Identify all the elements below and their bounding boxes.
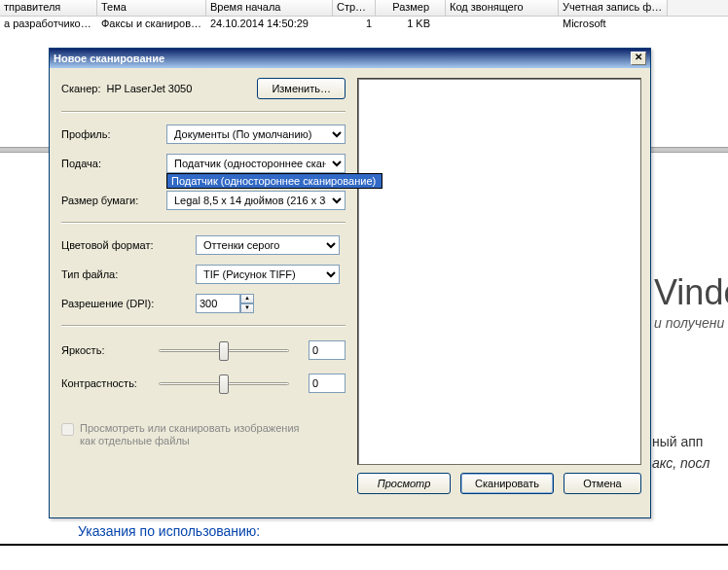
dpi-label: Разрешение (DPI): (61, 298, 196, 309)
color-label: Цветовой формат: (61, 239, 196, 251)
dpi-spinner[interactable]: ▲ ▼ (196, 294, 254, 313)
preview-area (357, 78, 641, 465)
feed-dropdown-list: Податчик (одностороннее сканирование) (166, 173, 382, 189)
scanner-name: HP LaserJet 3050 (106, 83, 257, 94)
feed-label: Подача: (61, 158, 166, 169)
col-account[interactable]: Учетная запись ф… (559, 0, 668, 16)
dpi-down[interactable]: ▼ (240, 303, 254, 313)
profile-label: Профиль: (61, 128, 166, 140)
cell-account: Microsoft (559, 17, 668, 33)
filetype-select[interactable]: TIF (Рисунок TIFF) (196, 265, 340, 284)
col-start-time[interactable]: Время начала (206, 0, 333, 16)
col-pages[interactable]: Стра… (333, 0, 376, 16)
separate-files-checkbox: Просмотреть или сканировать изображения … (61, 422, 346, 447)
change-scanner-button[interactable]: Изменить… (257, 78, 346, 99)
cell-size: 1 KB (376, 17, 446, 33)
new-scan-dialog: Новое сканирование ✕ Сканер: HP LaserJet… (49, 48, 651, 518)
cancel-button[interactable]: Отмена (564, 473, 641, 494)
scanner-label: Сканер: (61, 83, 100, 94)
bg-line1: ный апп (652, 434, 703, 449)
color-select[interactable]: Оттенки серого (196, 235, 340, 255)
col-size[interactable]: Размер (376, 0, 446, 16)
separate-files-label: Просмотреть или сканировать изображения … (80, 422, 304, 447)
table-header-row: тправителя Тема Время начала Стра… Разме… (0, 0, 728, 17)
paper-label: Размер бумаги: (61, 195, 166, 206)
divider (61, 111, 346, 113)
preview-button[interactable]: Просмотр (357, 473, 451, 494)
titlebar[interactable]: Новое сканирование ✕ (50, 49, 650, 68)
brightness-input[interactable] (309, 340, 346, 360)
bg-line2: акс, посл (652, 455, 710, 471)
document-list: тправителя Тема Время начала Стра… Разме… (0, 0, 728, 33)
col-caller[interactable]: Код звонящего (446, 0, 559, 16)
bg-title: Vindo (654, 272, 728, 313)
black-bar (0, 544, 728, 546)
divider (61, 325, 346, 327)
cell-caller (446, 17, 559, 33)
filetype-label: Тип файла: (61, 268, 196, 280)
dialog-title: Новое сканирование (54, 53, 631, 64)
dpi-up[interactable]: ▲ (240, 294, 254, 303)
dpi-input[interactable] (196, 294, 240, 313)
brightness-label: Яркость: (61, 344, 159, 356)
col-subject[interactable]: Тема (97, 0, 206, 16)
separate-files-cb (61, 423, 74, 436)
cell-sender: а разработчиков… (0, 17, 97, 33)
close-button[interactable]: ✕ (631, 52, 646, 65)
cell-pages: 1 (333, 17, 376, 33)
bg-subtitle: и получени (654, 315, 724, 331)
cell-subject: Факсы и сканирова… (97, 17, 206, 33)
contrast-label: Контрастность: (61, 377, 159, 389)
paper-select[interactable]: Legal 8,5 x 14 дюймов (216 x 356 м (166, 191, 346, 210)
cell-start-time: 24.10.2014 14:50:29 (206, 17, 333, 33)
contrast-slider[interactable] (159, 372, 289, 395)
scan-button[interactable]: Сканировать (460, 473, 554, 494)
feed-option-selected[interactable]: Податчик (одностороннее сканирование) (167, 174, 382, 188)
table-row[interactable]: а разработчиков… Факсы и сканирова… 24.1… (0, 17, 728, 33)
profile-select[interactable]: Документы (По умолчанию) (166, 125, 346, 144)
brightness-slider[interactable] (159, 338, 289, 362)
divider (61, 222, 346, 224)
col-sender[interactable]: тправителя (0, 0, 97, 16)
contrast-input[interactable] (309, 374, 346, 393)
feed-select[interactable]: Податчик (одностороннее скани (166, 154, 346, 173)
usage-link[interactable]: Указания по использованию: (78, 523, 260, 539)
